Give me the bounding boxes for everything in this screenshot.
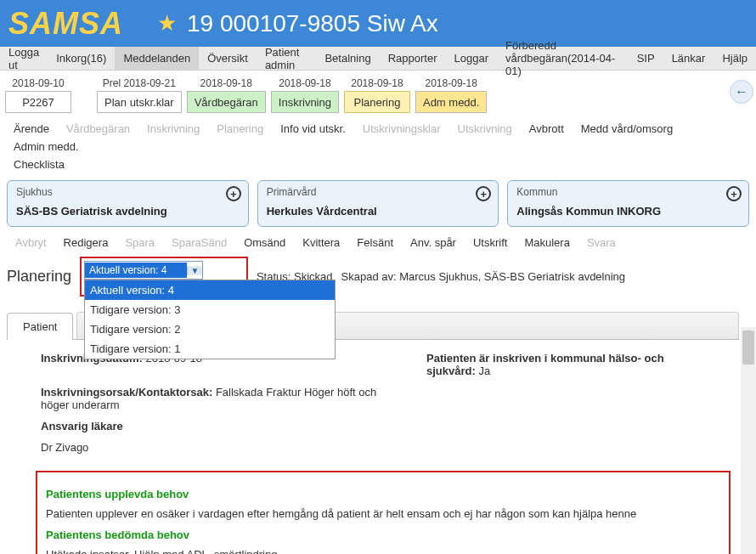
scroll-thumb[interactable]	[742, 331, 754, 365]
section-nav: Ärende Vårdbegäran Inskrivning Planering…	[0, 116, 756, 175]
action-bar: Avbryt Redigera Spara SparaSänd Omsänd K…	[0, 232, 756, 255]
nav-planering[interactable]: Planering	[208, 120, 272, 138]
plan-header: Planering Aktuell version: 4 ▼ Aktuell v…	[0, 255, 756, 298]
nav-info-vid-utskr[interactable]: Info vid utskr.	[272, 120, 354, 138]
version-selected-text: Aktuell version: 4	[85, 263, 187, 278]
ansv-value: Dr Zivago	[41, 441, 88, 454]
version-highlight-frame: Aktuell version: 4 ▼ Aktuell version: 4 …	[80, 257, 248, 297]
version-select[interactable]: Aktuell version: 4 ▼	[84, 261, 203, 280]
bedomda-behov-heading: Patientens bedömda behov	[46, 529, 720, 541]
nav-admin-medd[interactable]: Admin medd.	[5, 138, 87, 155]
menu-payment[interactable]: Betalning	[316, 47, 379, 70]
menu-patient-admin[interactable]: Patient admin	[257, 47, 317, 70]
version-select-wrap: Aktuell version: 4 ▼ Aktuell version: 4 …	[84, 261, 244, 280]
card-sjukhus-value: SÄS-BS Geriatrisk avdelning	[16, 205, 240, 218]
version-option[interactable]: Tidigare version: 2	[85, 319, 335, 339]
upplevda-behov-text: Patienten upplever en osäker i vardagen …	[46, 507, 720, 520]
add-icon[interactable]: +	[476, 186, 491, 201]
timeline-prel[interactable]: Prel 2018-09-21 Plan utskr.klar	[97, 77, 182, 113]
timeline-plan-label: Planering	[344, 91, 410, 113]
timeline-case-id: P2267	[5, 91, 71, 113]
menu-sip[interactable]: SIP	[629, 47, 663, 70]
nav-inskrivning[interactable]: Inskrivning	[138, 120, 208, 138]
action-spara[interactable]: Spara	[116, 234, 163, 252]
back-arrow-icon[interactable]: ←	[730, 80, 753, 104]
menu-inbox[interactable]: Inkorg(16)	[48, 47, 115, 70]
timeline-plan-date: 2018-09-18	[351, 77, 403, 89]
nav-utskrivning[interactable]: Utskrivning	[449, 120, 521, 138]
version-option[interactable]: Tidigare version: 3	[85, 300, 335, 319]
timeline-adm-medd[interactable]: 2018-09-18 Adm medd.	[415, 77, 487, 113]
scrollbar-vertical[interactable]: ▲	[741, 327, 756, 554]
timeline-prel-label: Plan utskr.klar	[97, 91, 182, 113]
plan-title: Planering	[7, 268, 71, 285]
timeline-adm-date: 2018-09-18	[426, 77, 477, 89]
timeline-vard-date: 2018-09-18	[200, 77, 252, 89]
add-icon[interactable]: +	[226, 186, 241, 201]
favorite-star-icon[interactable]: ★	[157, 10, 177, 37]
timeline-vard-label: Vårdbegäran	[187, 91, 266, 113]
action-omsand[interactable]: Omsänd	[235, 234, 294, 252]
behov-highlight-frame: Patientens upplevda behov Patienten uppl…	[36, 471, 731, 554]
upplevda-behov-heading: Patientens upplevda behov	[46, 488, 720, 500]
main-menu: Logga ut Inkorg(16) Meddelanden Översikt…	[0, 47, 756, 71]
action-redigera[interactable]: Redigera	[55, 234, 117, 252]
timeline-vardbegaran[interactable]: 2018-09-18 Vårdbegäran	[187, 77, 266, 113]
timeline-inskrivning[interactable]: 2018-09-18 Inskrivning	[271, 77, 339, 113]
back-button-col: ←	[727, 71, 756, 113]
card-sjukhus[interactable]: + Sjukhus SÄS-BS Geriatrisk avdelning	[7, 180, 249, 227]
app-name: SAMSA	[8, 6, 123, 42]
ansv-label: Ansvarig läkare	[41, 420, 123, 432]
ansvarig-lakare-value: Dr Zivago	[41, 441, 698, 454]
orsak-label: Inskrivningsorsak/Kontaktorsak:	[41, 386, 212, 399]
version-dropdown[interactable]: Aktuell version: 4 Tidigare version: 3 T…	[84, 280, 336, 359]
patient-content: Inskrivningsdatum: 2018-09-18 Patienten …	[0, 340, 739, 471]
menu-messages[interactable]: Meddelanden	[115, 47, 199, 70]
version-option[interactable]: Tidigare version: 1	[85, 339, 335, 359]
nav-utskrivningsklar[interactable]: Utskrivningsklar	[354, 120, 449, 138]
menu-prepared-care[interactable]: Förberedd vårdbegäran(2014-04-01)	[497, 47, 629, 70]
menu-logout[interactable]: Logga ut	[0, 47, 48, 70]
menu-help[interactable]: Hjälp	[714, 47, 756, 70]
case-timeline: 2018-09-10 P2267 Prel 2018-09-21 Plan ut…	[0, 71, 756, 116]
menu-overview[interactable]: Översikt	[199, 47, 257, 70]
card-primarvard[interactable]: + Primärvård Herkules Vårdcentral	[257, 180, 499, 227]
card-kommun[interactable]: + Kommun Alingsås Kommun INKORG	[507, 180, 749, 227]
kom-value: Ja	[478, 365, 490, 377]
nav-arende[interactable]: Ärende	[5, 120, 58, 138]
card-primar-value: Herkules Vårdcentral	[267, 205, 490, 218]
action-makulera[interactable]: Makulera	[516, 234, 578, 252]
created-by: Skapad av: Marcus Sjukhus, SÄS-BS Geriat…	[341, 270, 626, 283]
nav-checklista[interactable]: Checklista	[5, 155, 73, 173]
card-sjukhus-title: Sjukhus	[16, 186, 240, 198]
chevron-down-icon[interactable]: ▼	[187, 266, 202, 275]
action-avbryt[interactable]: Avbryt	[7, 234, 55, 252]
add-icon[interactable]: +	[726, 186, 742, 201]
nav-vardbegaran[interactable]: Vårdbegäran	[58, 120, 138, 138]
menu-reports[interactable]: Rapporter	[380, 47, 446, 70]
action-anvspar[interactable]: Anv. spår	[402, 234, 465, 252]
ansvarig-lakare-label: Ansvarig läkare	[41, 420, 698, 432]
action-felsant[interactable]: Felsänt	[348, 234, 402, 252]
tab-patient[interactable]: Patient	[7, 313, 73, 340]
card-kommun-title: Kommun	[516, 186, 740, 198]
action-svara[interactable]: Svara	[578, 234, 624, 252]
timeline-insk-date: 2018-09-18	[279, 77, 330, 89]
action-sparasand[interactable]: SparaSänd	[163, 234, 235, 252]
timeline-planering[interactable]: 2018-09-18 Planering	[344, 77, 410, 113]
kom-label: Patienten är inskriven i kommunal hälso-…	[426, 352, 664, 377]
org-cards: + Sjukhus SÄS-BS Geriatrisk avdelning + …	[0, 175, 756, 232]
app-header: SAMSA ★ 19 000107-9805 Siw Ax	[0, 0, 756, 47]
timeline-case[interactable]: 2018-09-10 P2267	[5, 77, 71, 113]
version-option[interactable]: Aktuell version: 4	[85, 280, 335, 300]
card-kommun-value: Alingsås Kommun INKORG	[516, 205, 740, 218]
nav-medd-vard[interactable]: Medd vård/omsorg	[573, 120, 681, 138]
nav-avbrott[interactable]: Avbrott	[521, 120, 573, 138]
inskrivningsorsak: Inskrivningsorsak/Kontaktorsak: Fallskad…	[41, 386, 406, 411]
card-primar-title: Primärvård	[267, 186, 490, 198]
kommunal-inskriven: Patienten är inskriven i kommunal hälso-…	[426, 352, 698, 377]
action-kvittera[interactable]: Kvittera	[294, 234, 348, 252]
menu-links[interactable]: Länkar	[663, 47, 714, 70]
menu-logs[interactable]: Loggar	[445, 47, 496, 70]
action-utskrift[interactable]: Utskrift	[465, 234, 516, 252]
